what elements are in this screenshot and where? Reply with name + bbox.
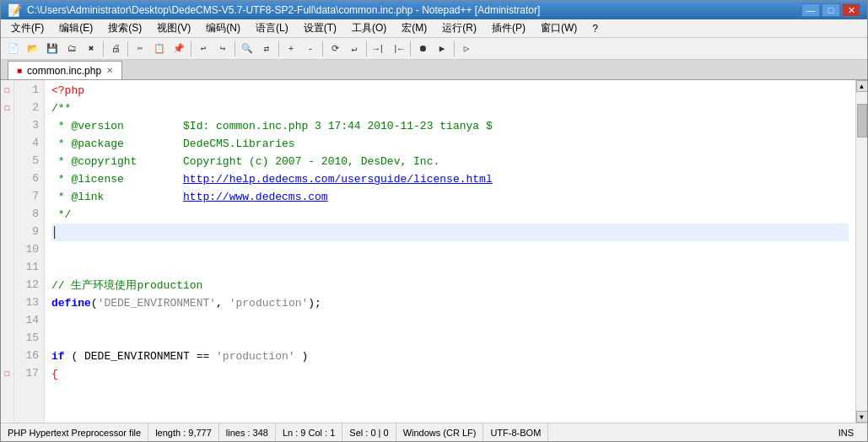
token-11-1	[51, 259, 58, 277]
indent-button[interactable]: →|	[369, 40, 388, 58]
fold-12	[1, 277, 13, 294]
token-16-4: )	[295, 348, 309, 365]
toolbar-sep-1	[103, 41, 104, 57]
wordwrap-button[interactable]: ↵	[345, 40, 364, 58]
redo-button[interactable]: ↪	[213, 40, 232, 58]
save-button[interactable]: 💾	[43, 40, 62, 58]
print-button[interactable]: 🖨	[106, 40, 125, 58]
copy-button[interactable]: 📋	[150, 40, 169, 58]
menu-edit[interactable]: 编辑(E)	[52, 19, 100, 37]
menu-window[interactable]: 窗口(W)	[534, 19, 584, 37]
fold-9	[1, 224, 13, 241]
ln-16: 16	[19, 348, 39, 365]
cursor-label: Ln : 9 Col : 1	[283, 428, 335, 438]
menu-file[interactable]: 文件(F)	[4, 19, 51, 37]
find-button[interactable]: 🔍	[238, 40, 256, 58]
dedent-button[interactable]: |←	[389, 40, 407, 58]
ln-10: 10	[19, 241, 39, 259]
menu-help[interactable]: ?	[585, 19, 605, 37]
undo-button[interactable]: ↩	[194, 40, 213, 58]
token-13-1: define	[51, 294, 91, 312]
status-length: length : 9,777	[148, 423, 219, 441]
paste-button[interactable]: 📌	[170, 40, 188, 58]
cut-button[interactable]: ✂	[131, 40, 149, 58]
fold-2: □	[1, 100, 13, 117]
toolbar-sep-3	[191, 41, 191, 57]
code-line-1: <?php	[51, 82, 849, 100]
scroll-thumb[interactable]	[857, 104, 867, 137]
tab-bookmark-icon: ■	[17, 66, 22, 75]
menu-view[interactable]: 视图(V)	[150, 19, 197, 37]
sel-label: Sel : 0 | 0	[349, 428, 388, 438]
close-button[interactable]: ✕	[842, 3, 860, 17]
open-button[interactable]: 📂	[24, 40, 42, 58]
tab-common-inc-php[interactable]: ■ common.inc.php ✕	[8, 61, 122, 79]
fold-3	[1, 117, 13, 135]
token-17-1: {	[51, 365, 58, 383]
menu-language[interactable]: 语言(L)	[249, 19, 295, 37]
close-button[interactable]: ✖	[82, 40, 100, 58]
find-replace-button[interactable]: ⇄	[257, 40, 276, 58]
run-button[interactable]: ▷	[457, 40, 476, 58]
menu-encoding[interactable]: 编码(N)	[199, 19, 247, 37]
token-12-1: // 生产环境使用production	[51, 277, 202, 294]
tab-label: common.inc.php	[27, 65, 101, 77]
sync-button[interactable]: ⟳	[326, 40, 344, 58]
token-13-3: 'DEDE_ENVIRONMENT'	[98, 294, 216, 312]
editor-wrapper: □ □ □ 1 2 3	[1, 80, 867, 423]
scrollbar-vertical[interactable]: ▲ ▼	[855, 80, 867, 423]
token-7-1: * @link	[51, 188, 183, 206]
token-15-1	[51, 330, 58, 348]
toolbar-sep-7	[366, 41, 367, 57]
status-sel: Sel : 0 | 0	[342, 423, 396, 441]
zoom-out-button[interactable]: -	[301, 40, 320, 58]
token-13-6: );	[308, 294, 321, 312]
ln-8: 8	[19, 206, 39, 224]
menu-plugins[interactable]: 插件(P)	[485, 19, 532, 37]
token-13-5: 'production'	[229, 294, 309, 312]
ln-5: 5	[19, 153, 39, 170]
save-all-button[interactable]: 🗂	[62, 40, 81, 58]
scroll-down-arrow[interactable]: ▼	[856, 411, 868, 423]
lineending-label: Windows (CR LF)	[403, 428, 477, 438]
encoding-label: UTF-8-BOM	[490, 428, 541, 438]
macro-rec-button[interactable]: ⏺	[413, 40, 432, 58]
code-line-3: * @version $Id: common.inc.php 3 17:44 2…	[51, 117, 849, 135]
tab-close-icon[interactable]: ✕	[106, 66, 113, 75]
zoom-in-button[interactable]: +	[282, 40, 300, 58]
window-title: C:\Users\Administrator\Desktop\DedeCMS-V…	[27, 4, 540, 16]
menu-search[interactable]: 搜索(S)	[101, 19, 148, 37]
scroll-up-arrow[interactable]: ▲	[856, 80, 868, 92]
filetype-label: PHP Hypertext Preprocessor file	[8, 428, 141, 438]
token-8-1: */	[51, 206, 71, 224]
code-line-16: if ( DEDE_ENVIRONMENT == 'production' )	[51, 348, 849, 365]
tab-bar: ■ common.inc.php ✕	[1, 60, 867, 80]
token-10-1	[51, 241, 58, 259]
menu-settings[interactable]: 设置(T)	[297, 19, 343, 37]
macro-play-button[interactable]: ▶	[433, 40, 451, 58]
maximize-button[interactable]: □	[822, 3, 840, 17]
ln-12: 12	[19, 277, 39, 294]
fold-11	[1, 259, 13, 277]
new-button[interactable]: 📄	[4, 40, 23, 58]
menu-run[interactable]: 运行(R)	[435, 19, 483, 37]
token-2-1: /**	[51, 100, 71, 117]
minimize-button[interactable]: —	[801, 3, 820, 17]
code-line-9: │	[51, 224, 849, 241]
ln-4: 4	[19, 135, 39, 153]
token-1-1: <?php	[51, 82, 84, 100]
token-6-1: * @license	[51, 170, 183, 188]
token-7-2[interactable]: http://www.dedecms.com	[183, 188, 328, 206]
code-line-11	[51, 259, 849, 277]
token-6-2[interactable]: http://help.dedecms.com/usersguide/licen…	[183, 170, 493, 188]
status-lineending: Windows (CR LF)	[396, 423, 484, 441]
menu-macro[interactable]: 宏(M)	[395, 19, 434, 37]
code-editor[interactable]: <?php /** * @version $Id: common.inc.php…	[45, 80, 855, 423]
fold-7	[1, 188, 13, 206]
fold-13	[1, 294, 13, 312]
status-mode: INS	[832, 423, 860, 441]
ln-7: 7	[19, 188, 39, 206]
menu-tools[interactable]: 工具(O)	[345, 19, 393, 37]
fold-15	[1, 330, 13, 348]
ln-15: 15	[19, 330, 39, 348]
